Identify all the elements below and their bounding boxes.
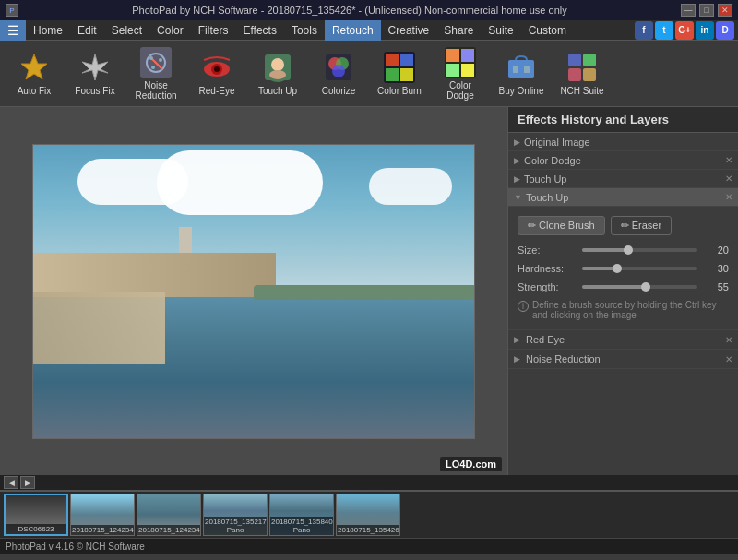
menu-retouch[interactable]: Retouch (325, 20, 381, 41)
right-panel: Effects History and Layers ▶ Original Im… (507, 107, 738, 475)
color-burn-icon (383, 51, 416, 84)
google-icon[interactable]: G+ (675, 21, 694, 40)
menu-creative[interactable]: Creative (381, 20, 437, 41)
noise-reduction-section[interactable]: ▶ Noise Reduction ✕ (508, 350, 738, 369)
close-button[interactable]: ✕ (718, 4, 732, 17)
svg-rect-33 (583, 54, 596, 66)
svg-point-14 (269, 70, 286, 79)
size-slider-row: Size: 20 (518, 244, 729, 256)
filmstrip-prev-button[interactable]: ◀ (4, 476, 18, 489)
filmstrip-item-5[interactable]: 20180715_135426 (336, 494, 400, 536)
maximize-button[interactable]: □ (699, 4, 714, 17)
toolbar-autofix[interactable]: Auto Fix (6, 44, 63, 103)
clone-brush-tab[interactable]: ✏ Clone Brush (518, 216, 605, 235)
filmstrip-label-0: DSC06623 (6, 524, 66, 534)
statusbar-text: PhotoPad v 4.16 © NCH Software (6, 542, 145, 552)
hardness-slider[interactable] (582, 267, 697, 270)
toolbar-buyonline[interactable]: Buy Online (493, 44, 550, 103)
toolbar-colorize[interactable]: Colorize (310, 44, 367, 103)
twitter-icon[interactable]: t (655, 21, 673, 40)
layer-touchup1-label: Touch Up (524, 173, 566, 185)
menu-color[interactable]: Color (149, 20, 191, 41)
red-eye-close[interactable]: ✕ (725, 335, 732, 345)
color-dodge-icon (444, 47, 477, 78)
filmstrip-nav: ◀ ▶ (0, 475, 738, 490)
filmstrip-label-4: 20180715_135840-Pano (270, 517, 333, 535)
layer-arrow-icon4: ▼ (514, 193, 522, 202)
svg-point-6 (159, 58, 162, 62)
layer-touchup1[interactable]: ▶ Touch Up ✕ (508, 170, 738, 188)
svg-point-18 (332, 65, 345, 77)
canvas-area[interactable]: LO4D.com (0, 107, 507, 475)
strength-thumb[interactable] (641, 282, 650, 292)
strength-slider[interactable] (582, 285, 697, 289)
facebook-icon[interactable]: f (635, 21, 653, 40)
filmstrip-item-2[interactable]: 20180715_124234 (137, 494, 201, 536)
toolbar-noisereduction[interactable]: Noise Reduction (127, 44, 184, 103)
brush-hint-text: Define a brush source by holding the Ctr… (532, 300, 729, 320)
layer-colordodge[interactable]: ▶ Color Dodge ✕ (508, 151, 738, 170)
eraser-tab[interactable]: ✏ Eraser (611, 216, 672, 235)
filmstrip-item-0[interactable]: DSC06623 (4, 494, 68, 536)
svg-rect-31 (524, 66, 530, 73)
toolbar: Auto Fix Focus Fix Noise Reduction (0, 41, 738, 107)
toolbar-nchsuite[interactable]: NCH Suite (554, 44, 611, 103)
layer-touchup2-label: Touch Up (526, 192, 568, 203)
menu-effects[interactable]: Effects (235, 20, 283, 41)
menu-home[interactable]: Home (26, 20, 70, 41)
titlebar-title: PhotoPad by NCH Software - 20180715_1354… (18, 5, 681, 16)
filmstrip-item-1[interactable]: 20180715_124234 (70, 494, 135, 536)
red-eye-section[interactable]: ▶ Red Eye ✕ (508, 330, 738, 350)
svg-rect-25 (446, 49, 459, 62)
size-thumb[interactable] (624, 245, 633, 255)
buy-online-icon (505, 51, 538, 84)
strength-slider-row: Strength: 55 (518, 281, 729, 292)
toolbar-touchup[interactable]: Touch Up (249, 44, 306, 103)
toolbar-focusfix-label: Focus Fix (75, 86, 114, 96)
svg-rect-32 (568, 54, 581, 66)
touch-up-icon (261, 51, 294, 84)
layer-touchup2[interactable]: ▼ Touch Up ✕ (508, 188, 738, 207)
layer-close-icon[interactable]: ✕ (725, 155, 732, 165)
svg-rect-27 (446, 64, 459, 77)
hardness-value: 30 (703, 263, 729, 274)
svg-marker-1 (82, 54, 108, 80)
noise-reduction-close[interactable]: ✕ (725, 354, 732, 364)
layer-close-icon3[interactable]: ✕ (725, 192, 732, 202)
layer-original[interactable]: ▶ Original Image (508, 133, 738, 151)
size-slider[interactable] (582, 248, 697, 252)
hardness-thumb[interactable] (613, 264, 622, 273)
toolbar-redeye[interactable]: Red-Eye (188, 44, 245, 103)
auto-fix-icon (18, 51, 51, 84)
menu-edit[interactable]: Edit (70, 20, 104, 41)
menu-tools[interactable]: Tools (284, 20, 325, 41)
layer-close-icon2[interactable]: ✕ (725, 173, 732, 184)
menu-custom[interactable]: Custom (521, 20, 574, 41)
size-fill (582, 248, 628, 252)
menu-share[interactable]: Share (436, 20, 481, 41)
toolbar-focusfix[interactable]: Focus Fix (66, 44, 124, 103)
main-area: LO4D.com Effects History and Layers ▶ Or… (0, 107, 738, 475)
menu-filters[interactable]: Filters (191, 20, 236, 41)
menu-suite[interactable]: Suite (481, 20, 520, 41)
titlebar-controls: — □ ✕ (681, 4, 732, 17)
linkedin-icon[interactable]: in (696, 21, 714, 40)
filmstrip-next-button[interactable]: ▶ (20, 476, 35, 489)
minimize-button[interactable]: — (681, 4, 696, 17)
statusbar: PhotoPad v 4.16 © NCH Software (0, 538, 738, 554)
clone-brush-tab-label: ✏ Clone Brush (528, 220, 595, 232)
toolbar-colordodge[interactable]: Color Dodge (432, 44, 489, 103)
discord-icon[interactable]: D (716, 21, 734, 40)
filmstrip-item-3[interactable]: 20180715_135217-Pano (203, 494, 268, 536)
toolbar-colorize-label: Colorize (322, 86, 356, 96)
svg-point-7 (151, 66, 155, 69)
hamburger-menu[interactable]: ☰ (0, 20, 26, 41)
toolbar-buyonline-label: Buy Online (499, 86, 544, 96)
layer-original-label: Original Image (524, 137, 590, 148)
filmstrip-label-3: 20180715_135217-Pano (204, 517, 267, 535)
menu-select[interactable]: Select (104, 20, 149, 41)
layer-arrow-icon3: ▶ (514, 174, 520, 184)
filmstrip-item-4[interactable]: 20180715_135840-Pano (269, 494, 334, 536)
toolbar-colorburn[interactable]: Color Burn (371, 44, 428, 103)
svg-point-5 (149, 56, 153, 60)
